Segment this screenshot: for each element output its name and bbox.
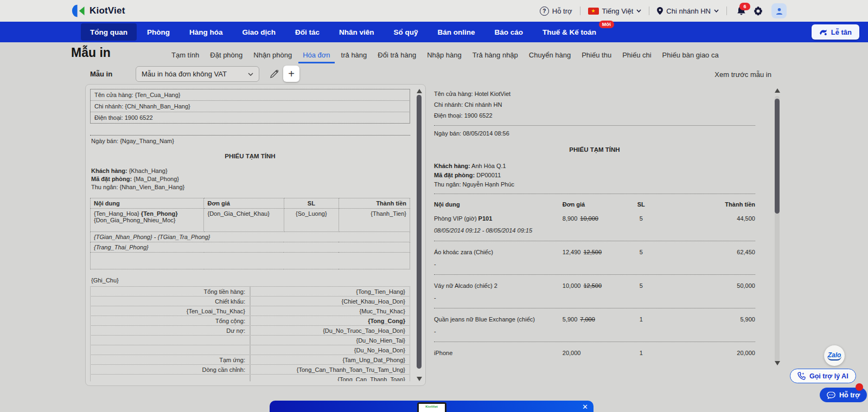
preview-item-separator xyxy=(434,342,755,342)
template-time-row: {TGian_Nhan_Phong} - {TGian_Tra_Phong} xyxy=(91,232,410,242)
preview-item-row-3: Quần jeans nữ Blue Exchange (chiếc)5,900… xyxy=(434,311,755,323)
summary-label xyxy=(90,345,250,355)
tab-tra-hang[interactable]: trả hàng xyxy=(337,49,372,63)
template-empty-row xyxy=(91,253,410,269)
preview-scrollbar[interactable] xyxy=(774,88,780,370)
scroll-up-icon[interactable] xyxy=(775,88,780,93)
document-type-tabs: Tạm tínhĐặt phòngNhận phòngHóa đơntrả hà… xyxy=(167,49,723,63)
preview-scrollbar-thumb[interactable] xyxy=(775,99,780,214)
summary-label xyxy=(90,335,250,345)
tab-chuyen-hang[interactable]: Chuyển hàng xyxy=(525,49,575,63)
template-customer-line-1: Mã đặt phòng: {Ma_Dat_Phong} xyxy=(90,175,410,183)
template-cell-price: {Don_Gia_Chiet_Khau} xyxy=(204,209,284,232)
tab-hoa-on[interactable]: Hóa đơn xyxy=(298,49,334,63)
edit-template-button[interactable] xyxy=(267,67,281,81)
template-summary-row-0: Tổng tiền hàng:{Tong_Tien_Hang} xyxy=(90,286,410,297)
template-store-field-0[interactable]: Tên cửa hàng: {Ten_Cua_Hang} xyxy=(90,89,410,101)
template-customer-line-label-0: Khách hàng: xyxy=(91,168,127,174)
summary-value: {Tong_Cong} xyxy=(250,316,410,326)
template-summary-row-6: {Du_No_Hoa_Don} xyxy=(90,345,410,355)
main-navigation: Tổng quanPhòngHàng hóaGiao dịchĐối tácNh… xyxy=(0,22,868,42)
preview-date-line: Ngày bán: 08/05/2014 08:56 xyxy=(434,130,755,137)
tab-phieu-thu[interactable]: Phiếu thu xyxy=(577,49,616,63)
template-customer-line-label-1: Mã đặt phòng: xyxy=(91,176,132,182)
user-avatar[interactable] xyxy=(771,3,787,18)
reception-icon xyxy=(819,29,827,36)
notifications-button[interactable]: 6 xyxy=(737,6,746,16)
preview-item-separator xyxy=(434,308,755,308)
tab-nhan-phong[interactable]: Nhận phòng xyxy=(249,49,296,63)
nav-item-giao-dich[interactable]: Giao dịch xyxy=(233,23,285,41)
tab-phieu-ban-giao-ca[interactable]: Phiếu bàn giao ca xyxy=(658,49,723,63)
item-qty: 1 xyxy=(620,316,662,323)
nav-item-tong-quan[interactable]: Tổng quan xyxy=(81,23,137,41)
nav-item-oi-tac[interactable]: Đối tác xyxy=(286,23,329,41)
template-store-field-1[interactable]: Chi nhánh: {Chi_Nhanh_Ban_Hang} xyxy=(90,100,410,112)
settings-button[interactable] xyxy=(754,7,763,16)
reception-button[interactable]: Lễ tân xyxy=(812,24,859,40)
summary-value: {Tong_Can_Thanh_Toan} xyxy=(250,374,410,381)
logo-text: KiotViet xyxy=(90,5,125,16)
item-old-price: 12,500 xyxy=(583,249,602,255)
zalo-chat-button[interactable]: Zalo xyxy=(824,345,845,366)
template-cell-total: {Thanh_Tien} xyxy=(339,209,410,232)
nav-item-nhan-vien[interactable]: Nhân viên xyxy=(330,23,384,41)
topbar-divider xyxy=(580,7,580,15)
editor-scrollbar-thumb[interactable] xyxy=(417,95,422,369)
nav-item-phong[interactable]: Phòng xyxy=(138,23,179,41)
item-total: 62,450 xyxy=(662,249,755,255)
editor-scrollbar[interactable] xyxy=(416,89,422,381)
phone-icon xyxy=(797,372,806,380)
tab-oi-tra-hang[interactable]: Đổi trả hàng xyxy=(373,49,420,63)
tab-at-phong[interactable]: Đặt phòng xyxy=(206,49,247,63)
item-total: 5,900 xyxy=(662,316,755,323)
nav-item-ban-online[interactable]: Bán online xyxy=(429,23,484,41)
item-price: 8,90010,000 xyxy=(563,215,621,222)
language-label: Tiếng Việt xyxy=(602,7,634,15)
add-template-button[interactable]: + xyxy=(283,66,299,82)
nav-item-thue-ke-toan[interactable]: Thuế & Kế toánMới xyxy=(533,23,605,41)
template-select[interactable]: Mẫu in hóa đơn không VAT xyxy=(136,66,259,82)
summary-label: Dư nợ: xyxy=(90,325,250,336)
popup-close-icon[interactable]: ✕ xyxy=(582,403,588,411)
col-header-content: Nội dung xyxy=(91,198,204,209)
ai-assistant-call-button[interactable]: Gọi trợ lý AI xyxy=(790,369,856,383)
summary-label: Tạm ứng: xyxy=(90,355,250,365)
scroll-down-icon[interactable] xyxy=(417,377,422,381)
nav-item-hang-hoa[interactable]: Hàng hóa xyxy=(180,23,232,41)
tab-tam-tinh[interactable]: Tạm tính xyxy=(167,49,203,63)
template-summary-row-3: Tổng cộng:{Tong_Cong} xyxy=(90,316,410,326)
preview-store-field-0: Tên cửa hàng: Hotel KiotViet xyxy=(434,88,755,99)
col-header-price: Đơn giá xyxy=(204,198,284,209)
item-price: 12,49012,500 xyxy=(563,249,621,255)
help-menu[interactable]: ? Hỗ trợ xyxy=(540,7,572,16)
ai-assistant-label: Gọi trợ lý AI xyxy=(809,372,848,380)
tab-tra-hang-nhap[interactable]: Trả hàng nhập xyxy=(468,49,522,63)
col-header-qty: SL xyxy=(620,201,662,208)
topbar-divider xyxy=(649,7,649,15)
template-editor-content[interactable]: Tên cửa hàng: {Ten_Cua_Hang}Chi nhánh: {… xyxy=(90,89,410,381)
template-editor[interactable]: Tên cửa hàng: {Ten_Cua_Hang}Chi nhánh: {… xyxy=(85,84,426,386)
item-name: Phòng VIP (giờ) P101 xyxy=(434,215,563,222)
nav-item-bao-cao[interactable]: Báo cáo xyxy=(486,23,533,41)
template-items-table: Nội dung Đơn giá SL Thành tiền {Ten_Hang… xyxy=(90,198,410,269)
branch-selector[interactable]: Chi nhánh HN xyxy=(657,7,719,15)
summary-label: Chiết khấu: xyxy=(90,296,250,306)
zalo-label: Zalo xyxy=(827,351,842,360)
template-store-field-2[interactable]: Điện thoại: 1900 6522 xyxy=(90,112,410,124)
kiotviet-logo[interactable]: KiotViet xyxy=(72,4,125,18)
scroll-down-icon[interactable] xyxy=(774,361,780,365)
template-summary-row-9: {Tong_Can_Thanh_Toan} xyxy=(90,374,410,381)
nav-item-so-quy[interactable]: Sổ quỹ xyxy=(385,23,427,41)
summary-value: {Du_No_Hoa_Don} xyxy=(250,345,410,355)
tab-nhap-hang[interactable]: Nhập hàng xyxy=(423,49,466,63)
language-selector[interactable]: ★ Tiếng Việt xyxy=(588,7,642,15)
scroll-up-icon[interactable] xyxy=(417,89,422,93)
support-notification-dot xyxy=(856,383,863,391)
preview-item-row-4: iPhone20,000120,000 xyxy=(434,344,755,356)
tab-phieu-chi[interactable]: Phiếu chi xyxy=(618,49,655,63)
preview-store-field-1: Chi nhánh: Chi nhánh HN xyxy=(434,99,755,110)
promo-popup[interactable]: KiotViet ✕ xyxy=(270,401,593,412)
preview-customer-line-1: Mã đặt phòng: DP00011 xyxy=(434,171,755,180)
template-store-box: Tên cửa hàng: {Ten_Cua_Hang}Chi nhánh: {… xyxy=(90,89,410,124)
